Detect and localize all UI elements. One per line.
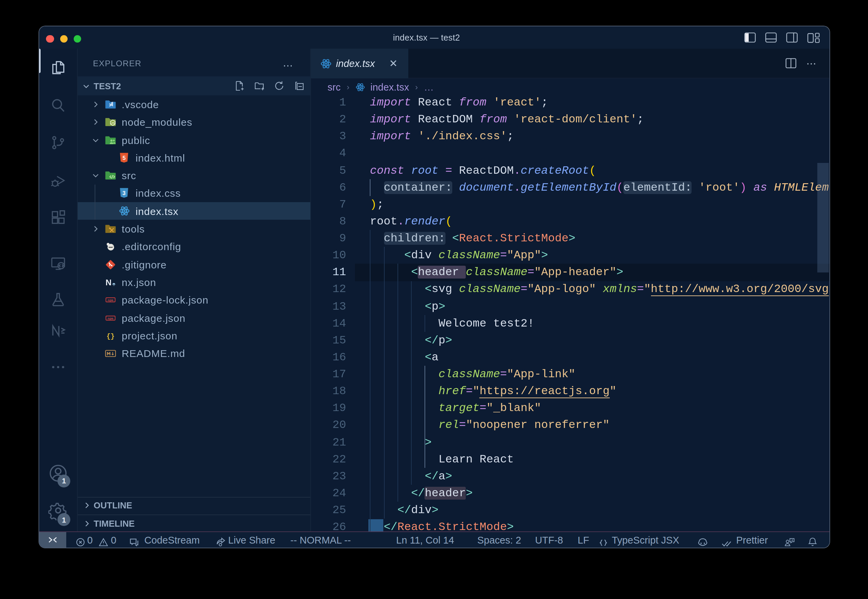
- svg-text:npm: npm: [107, 299, 113, 303]
- svg-text:JS: JS: [111, 121, 114, 125]
- svg-text:3: 3: [122, 190, 125, 196]
- svg-text:{}: {}: [106, 332, 114, 340]
- svg-text:5: 5: [122, 155, 125, 161]
- svg-text:N: N: [105, 278, 111, 287]
- svg-text:npm: npm: [107, 316, 113, 320]
